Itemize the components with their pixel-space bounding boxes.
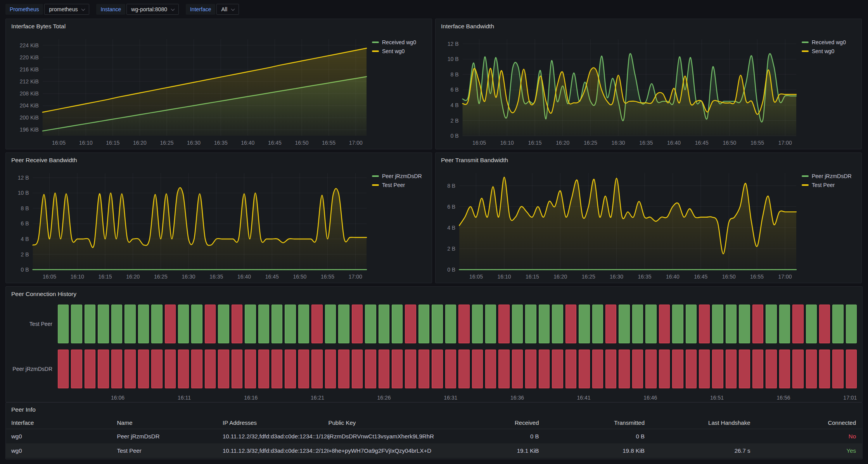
status-bar-up[interactable]	[472, 305, 483, 343]
status-bar-up[interactable]	[525, 305, 536, 343]
interface-bytes-total-chart[interactable]: 196 KiB200 KiB204 KiB208 KiB212 KiB216 K…	[10, 34, 370, 147]
status-bar-down[interactable]	[245, 350, 256, 388]
status-bar-down[interactable]	[498, 305, 509, 343]
col-header-connected[interactable]: Connected	[751, 419, 857, 426]
col-header-last_handshake[interactable]: Last Handshake	[645, 419, 751, 426]
status-bar-up[interactable]	[392, 305, 403, 343]
variable-instance-select[interactable]: wg-portal:8080	[126, 4, 179, 15]
legend-item[interactable]: Test Peer	[802, 182, 858, 188]
status-bar-up[interactable]	[285, 305, 296, 343]
col-header-transmitted[interactable]: Transmitted	[540, 419, 646, 426]
status-bar-down[interactable]	[699, 305, 710, 343]
status-bar-down[interactable]	[379, 350, 389, 388]
status-bar-down[interactable]	[512, 350, 523, 388]
status-bar-down[interactable]	[352, 350, 363, 388]
status-bar-down[interactable]	[271, 350, 282, 388]
col-header-name[interactable]: Name	[117, 419, 223, 426]
status-bar-up[interactable]	[779, 305, 790, 343]
status-bar-up[interactable]	[111, 305, 122, 343]
status-bar-up[interactable]	[245, 305, 256, 343]
col-header-interface[interactable]: Interface	[11, 419, 117, 426]
legend-item[interactable]: Received wg0	[802, 39, 858, 45]
status-bar-up[interactable]	[191, 305, 202, 343]
status-bar-down[interactable]	[138, 350, 149, 388]
status-bar-down[interactable]	[71, 350, 82, 388]
status-bar-up[interactable]	[552, 305, 563, 343]
status-bar-up[interactable]	[85, 305, 95, 343]
panel-title-peer-connection-history[interactable]: Peer Connection History	[6, 287, 862, 301]
status-bar-down[interactable]	[525, 350, 536, 388]
status-bar-up[interactable]	[58, 305, 69, 343]
status-bar-down[interactable]	[111, 350, 122, 388]
status-bar-up[interactable]	[539, 305, 550, 343]
status-bar-down[interactable]	[405, 305, 416, 343]
status-bar-down[interactable]	[752, 350, 763, 388]
status-bar-down[interactable]	[458, 350, 469, 388]
status-bar-down[interactable]	[819, 305, 830, 343]
status-bar-down[interactable]	[165, 350, 176, 388]
col-header-ip_addresses[interactable]: IP Addresses	[223, 419, 329, 426]
status-bar-down[interactable]	[405, 350, 416, 388]
peer-transmit-bandwidth-chart[interactable]: 0 B2 B4 B6 B8 B16:0516:1016:1516:2016:25…	[439, 168, 799, 281]
status-bar-up[interactable]	[806, 305, 817, 343]
status-bar-down[interactable]	[258, 350, 269, 388]
status-bar-down[interactable]	[579, 350, 590, 388]
status-bar-up[interactable]	[178, 305, 189, 343]
status-bar-up[interactable]	[379, 305, 389, 343]
status-bar-down[interactable]	[98, 350, 109, 388]
status-bar-down[interactable]	[605, 350, 616, 388]
status-bar-down[interactable]	[58, 350, 69, 388]
status-bar-down[interactable]	[686, 350, 697, 388]
status-bar-down[interactable]	[124, 350, 135, 388]
status-bar-down[interactable]	[498, 350, 509, 388]
status-bar-down[interactable]	[232, 305, 242, 343]
status-bar-down[interactable]	[766, 350, 776, 388]
status-bar-down[interactable]	[645, 350, 656, 388]
status-bar-up[interactable]	[445, 305, 456, 343]
status-bar-up[interactable]	[365, 305, 376, 343]
status-bar-down[interactable]	[712, 350, 723, 388]
status-bar-down[interactable]	[298, 350, 309, 388]
status-bar-down[interactable]	[232, 350, 242, 388]
legend-item[interactable]: Peer jRzmDsDR	[802, 173, 858, 179]
status-bar-up[interactable]	[418, 305, 429, 343]
legend-item[interactable]: Sent wg0	[802, 48, 858, 54]
status-bar-down[interactable]	[792, 350, 803, 388]
status-bar-down[interactable]	[472, 350, 483, 388]
status-bar-up[interactable]	[151, 305, 162, 343]
status-bar-up[interactable]	[846, 305, 857, 343]
status-bar-down[interactable]	[165, 305, 176, 343]
legend-item[interactable]: Peer jRzmDsDR	[372, 173, 428, 179]
status-bar-up[interactable]	[271, 305, 282, 343]
status-bar-up[interactable]	[619, 305, 629, 343]
panel-title-interface-bytes-total[interactable]: Interface Bytes Total	[6, 19, 432, 34]
status-bar-down[interactable]	[792, 305, 803, 343]
status-bar-down[interactable]	[191, 350, 202, 388]
table-row[interactable]: wg0Test Peer10.11.12.3/32,fdfd:d3ad:c0de…	[6, 443, 862, 458]
panel-title-peer-transmit-bandwidth[interactable]: Peer Transmit Bandwidth	[436, 153, 861, 168]
status-bar-up[interactable]	[298, 305, 309, 343]
status-bar-down[interactable]	[325, 350, 336, 388]
status-bar-down[interactable]	[619, 350, 629, 388]
peer-receive-bandwidth-chart[interactable]: 0 B2 B4 B6 B8 B10 B12 B16:0516:1016:1516…	[10, 168, 370, 281]
status-bar-up[interactable]	[766, 305, 776, 343]
status-bar-down[interactable]	[151, 350, 162, 388]
status-bar-down[interactable]	[659, 305, 670, 343]
status-bar-down[interactable]	[311, 350, 322, 388]
status-bar-down[interactable]	[365, 350, 376, 388]
legend-item[interactable]: Sent wg0	[372, 48, 428, 54]
status-bar-up[interactable]	[138, 305, 149, 343]
status-bar-down[interactable]	[659, 350, 670, 388]
status-bar-down[interactable]	[418, 350, 429, 388]
legend-item[interactable]: Received wg0	[372, 39, 428, 45]
status-bar-down[interactable]	[806, 350, 817, 388]
status-bar-down[interactable]	[632, 350, 643, 388]
status-bar-down[interactable]	[699, 350, 710, 388]
col-header-received[interactable]: Received	[434, 419, 540, 426]
status-bar-down[interactable]	[592, 350, 603, 388]
status-bar-up[interactable]	[218, 305, 229, 343]
variable-prometheus-select[interactable]: prometheus	[44, 4, 89, 15]
table-row[interactable]: wg0Peer jRzmDsDR10.11.12.2/32,fdfd:d3ad:…	[6, 429, 862, 443]
status-bar-down[interactable]	[605, 305, 616, 343]
status-bar-down[interactable]	[752, 305, 763, 343]
